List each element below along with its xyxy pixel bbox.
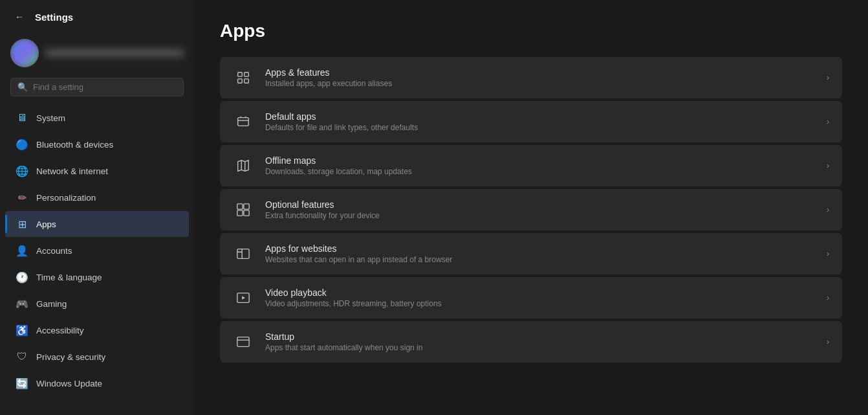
svg-rect-12	[244, 210, 249, 216]
settings-list: Apps & features Installed apps, app exec…	[220, 57, 842, 363]
svg-rect-3	[244, 79, 248, 83]
default-apps-title: Default apps	[265, 111, 815, 122]
avatar	[10, 39, 39, 67]
default-apps-text: Default apps Defaults for file and link …	[265, 111, 815, 132]
startup-text: Startup Apps that start automatically wh…	[265, 331, 815, 352]
sidebar: ← Settings 🔍 🖥 System 🔵 Bluetooth & devi…	[0, 0, 194, 415]
startup-icon	[233, 331, 254, 352]
sidebar-item-label-accounts: Accounts	[36, 246, 72, 256]
accessibility-icon: ♿	[16, 324, 28, 337]
apps-features-text: Apps & features Installed apps, app exec…	[265, 67, 815, 88]
offline-maps-icon	[233, 155, 254, 176]
optional-features-text: Optional features Extra functionality fo…	[265, 199, 815, 220]
page-title: Apps	[220, 21, 842, 41]
search-input[interactable]	[33, 82, 177, 92]
chevron-right-icon: ›	[827, 205, 829, 214]
sidebar-item-accessibility[interactable]: ♿ Accessibility	[5, 317, 189, 343]
user-name	[45, 49, 184, 57]
search-box[interactable]: 🔍	[10, 78, 184, 96]
sidebar-item-personalization[interactable]: ✏ Personalization	[5, 185, 189, 210]
chevron-right-icon: ›	[827, 73, 829, 82]
sidebar-top: ← Settings	[0, 0, 194, 34]
chevron-right-icon: ›	[827, 117, 829, 126]
search-area: 🔍	[0, 75, 194, 104]
accounts-icon: 👤	[16, 244, 28, 257]
sidebar-item-label-personalization: Personalization	[36, 193, 96, 203]
offline-maps-text: Offline maps Downloads, storage location…	[265, 155, 815, 176]
settings-item-offline-maps[interactable]: Offline maps Downloads, storage location…	[220, 145, 842, 186]
startup-desc: Apps that start automatically when you s…	[265, 343, 815, 352]
video-playback-desc: Video adjustments, HDR streaming, batter…	[265, 299, 815, 308]
app-title: Settings	[35, 12, 73, 23]
svg-rect-16	[237, 337, 249, 347]
update-icon: 🔄	[16, 377, 28, 390]
svg-marker-6	[238, 161, 249, 172]
default-apps-icon	[233, 111, 254, 132]
sidebar-item-label-gaming: Gaming	[36, 299, 67, 309]
optional-features-desc: Extra functionality for your device	[265, 211, 815, 220]
sidebar-item-time[interactable]: 🕐 Time & language	[5, 264, 189, 290]
sidebar-item-network[interactable]: 🌐 Network & internet	[5, 158, 189, 184]
video-playback-text: Video playback Video adjustments, HDR st…	[265, 287, 815, 308]
apps-features-desc: Installed apps, app execution aliases	[265, 79, 815, 88]
sidebar-nav: 🖥 System 🔵 Bluetooth & devices 🌐 Network…	[0, 104, 194, 415]
time-icon: 🕐	[16, 271, 28, 284]
settings-item-startup[interactable]: Startup Apps that start automatically wh…	[220, 321, 842, 363]
svg-rect-11	[237, 210, 243, 216]
search-icon: 🔍	[17, 82, 28, 92]
sidebar-item-system[interactable]: 🖥 System	[5, 105, 189, 131]
sidebar-item-label-apps: Apps	[36, 219, 56, 229]
sidebar-item-label-privacy: Privacy & security	[36, 352, 105, 362]
svg-rect-9	[237, 204, 243, 209]
apps-websites-icon	[233, 243, 254, 264]
apps-websites-title: Apps for websites	[265, 243, 815, 254]
chevron-right-icon: ›	[827, 293, 829, 302]
sidebar-item-label-system: System	[36, 113, 65, 123]
sidebar-item-label-network: Network & internet	[36, 166, 108, 176]
offline-maps-title: Offline maps	[265, 155, 815, 166]
svg-marker-15	[242, 296, 245, 300]
bluetooth-icon: 🔵	[16, 138, 28, 151]
settings-item-optional-features[interactable]: Optional features Extra functionality fo…	[220, 189, 842, 230]
settings-item-apps-features[interactable]: Apps & features Installed apps, app exec…	[220, 57, 842, 98]
svg-rect-13	[237, 249, 249, 259]
chevron-right-icon: ›	[827, 161, 829, 170]
sidebar-item-privacy[interactable]: 🛡 Privacy & security	[5, 344, 189, 370]
settings-item-apps-websites[interactable]: Apps for websites Websites that can open…	[220, 233, 842, 275]
apps-websites-text: Apps for websites Websites that can open…	[265, 243, 815, 264]
chevron-right-icon: ›	[827, 337, 829, 346]
video-playback-icon	[233, 287, 254, 308]
sidebar-item-label-time: Time & language	[36, 273, 102, 282]
sidebar-item-accounts[interactable]: 👤 Accounts	[5, 238, 189, 264]
network-icon: 🌐	[16, 164, 28, 177]
sidebar-item-label-accessibility: Accessibility	[36, 326, 84, 335]
offline-maps-desc: Downloads, storage location, map updates	[265, 167, 815, 176]
svg-rect-2	[238, 79, 242, 83]
sidebar-item-update[interactable]: 🔄 Windows Update	[5, 370, 189, 396]
back-button[interactable]: ←	[10, 8, 28, 26]
optional-features-title: Optional features	[265, 199, 815, 210]
svg-rect-4	[238, 118, 249, 126]
settings-item-video-playback[interactable]: Video playback Video adjustments, HDR st…	[220, 277, 842, 319]
sidebar-item-label-update: Windows Update	[36, 379, 102, 388]
video-playback-title: Video playback	[265, 287, 815, 298]
avatar-image	[10, 39, 39, 67]
user-area[interactable]	[0, 34, 194, 75]
sidebar-item-apps[interactable]: ⊞ Apps	[5, 211, 189, 237]
startup-title: Startup	[265, 331, 815, 342]
apps-features-icon	[233, 67, 254, 88]
svg-rect-0	[238, 73, 242, 76]
svg-rect-1	[244, 73, 248, 76]
svg-rect-10	[244, 204, 249, 209]
default-apps-desc: Defaults for file and link types, other …	[265, 123, 815, 132]
main-content: Apps Apps & features Installed apps, app…	[194, 0, 868, 415]
apps-features-title: Apps & features	[265, 67, 815, 78]
back-icon: ←	[15, 12, 24, 22]
privacy-icon: 🛡	[16, 350, 28, 363]
chevron-right-icon: ›	[827, 249, 829, 258]
optional-features-icon	[233, 199, 254, 220]
gaming-icon: 🎮	[16, 297, 28, 310]
settings-item-default-apps[interactable]: Default apps Defaults for file and link …	[220, 101, 842, 142]
sidebar-item-bluetooth[interactable]: 🔵 Bluetooth & devices	[5, 131, 189, 157]
sidebar-item-gaming[interactable]: 🎮 Gaming	[5, 291, 189, 317]
